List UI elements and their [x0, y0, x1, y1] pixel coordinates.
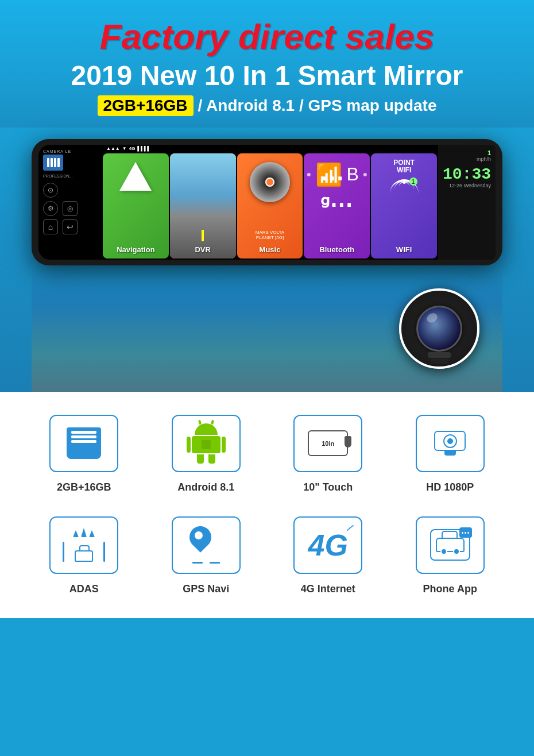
storage-icon-box [49, 415, 118, 472]
camera-widget [399, 288, 479, 369]
icon-row-1: ⊙ [43, 183, 97, 198]
hd-label: HD 1080P [426, 481, 474, 493]
wifi-label: WIFI [396, 245, 412, 254]
mirror-device: CAMERA LE PROFESSION... ⊙ ⚙ [32, 139, 502, 265]
cam-body [434, 431, 466, 451]
app-tile-music[interactable]: MARS VOLTAPLANET [5G] Music [237, 153, 303, 259]
feature-storage: 2GB+16GB [34, 415, 134, 493]
cam-stand [444, 451, 456, 456]
home-icon[interactable]: ⌂ [43, 219, 58, 234]
4g-icon-box: 4G ⟋ [293, 516, 362, 574]
mirror-wrapper: CAMERA LE PROFESSION... ⊙ ⚙ [32, 139, 502, 392]
4g-label: 4G Internet [301, 583, 355, 595]
screen-status-bar: ▲▲▲ ▼ 4G ▌▌▌▌ [102, 145, 438, 152]
signal-area: ▲▲▲ ▼ 4G ▌▌▌▌ [106, 146, 150, 151]
cam-lens-inner [447, 438, 453, 444]
car-wheel-left [440, 548, 447, 555]
music-label: Music [260, 245, 281, 254]
camera-mode-icon[interactable]: ◎ [63, 201, 78, 216]
dvr-road-bg [170, 153, 236, 259]
phone-app-icon-box [416, 516, 485, 574]
car-body-icon [436, 538, 465, 552]
webcam-icon[interactable]: ⊙ [43, 183, 58, 198]
adas-wave-2 [81, 528, 87, 537]
feature-gps: GPS Navi [157, 516, 256, 595]
gps-pin-icon [189, 526, 223, 564]
mirror-section: CAMERA LE PROFESSION... ⊙ ⚙ [0, 128, 534, 392]
dvr-label: DVR [195, 245, 210, 254]
network-icon: ▼ [122, 146, 127, 151]
adas-icon-graphic [63, 528, 105, 562]
icon-row-3: ⌂ ↩ [43, 219, 97, 234]
feature-adas: ADAS [34, 516, 134, 595]
professional-text: PROFESSION... [43, 174, 97, 178]
touch-label: 10" Touch [303, 481, 353, 493]
phone-app-label: Phone App [423, 583, 477, 595]
adas-wave-3 [89, 530, 95, 537]
feature-hd: HD 1080P [401, 415, 500, 493]
back-icon[interactable]: ↩ [63, 219, 78, 234]
android-leg-left [197, 454, 204, 464]
speed-panel: 1 mph/h 10:33 12-26 Wednesday [438, 145, 496, 260]
bt-big-icon: ⋯ ᵍ⋯ [320, 165, 353, 218]
bluetooth-label: Bluetooth [319, 245, 354, 254]
bt-dot-left [307, 173, 311, 176]
icon-row-2: ⚙ ◎ [43, 201, 97, 216]
feature-phone-app: Phone App [401, 516, 500, 595]
page-title: Factory direct sales [23, 17, 511, 56]
storage-label: 2GB+16GB [57, 481, 111, 493]
wifi-count: 1 [409, 178, 417, 186]
hd-cam-icon [434, 431, 466, 456]
gps-base-lines [189, 562, 223, 564]
camera-base [428, 352, 451, 358]
date-display: 12-26 Wednesday [449, 183, 491, 188]
adas-lane-right [103, 542, 105, 562]
feature-4g: 4G ⟋ 4G Internet [278, 516, 378, 595]
wifi-arcs-icon: 1 [390, 176, 419, 194]
chat-bubble-icon [459, 527, 472, 538]
chat-dot-3 [467, 532, 469, 534]
app-tile-wifi[interactable]: POINTWIFI 1 WIFI [371, 153, 437, 259]
car-roof-icon [442, 531, 458, 539]
point-wifi-label: POINTWIFI [390, 159, 419, 174]
header-section: Factory direct sales 2019 New 10 In 1 Sm… [0, 0, 534, 128]
adas-lanes [63, 542, 105, 562]
adas-lane-left [63, 542, 64, 562]
speed-value: 1 [487, 149, 491, 156]
app-tile-bluetooth[interactable]: 📶 B ⋯ ᵍ⋯ Bluetooth [304, 153, 370, 259]
android-torso [192, 436, 220, 453]
sd-card-device [43, 155, 63, 171]
adas-car-roof [79, 545, 90, 551]
adas-icon-box [49, 516, 118, 574]
mirror-screen: ▲▲▲ ▼ 4G ▌▌▌▌ Navigation [102, 145, 438, 260]
app-tile-dvr[interactable]: DVR [170, 153, 236, 259]
android-legs [197, 454, 215, 464]
sd-body [67, 427, 101, 459]
subtitle-line: 2GB+16GB / Android 8.1 / GPS map update [23, 95, 511, 116]
touch-icon-box: 10in [293, 415, 362, 472]
touch-screen-icon: 10in [308, 430, 348, 456]
android-arm-left [187, 437, 191, 453]
gps-line-1 [192, 562, 203, 564]
app-tile-navigation[interactable]: Navigation [103, 153, 169, 259]
gps-line-2 [210, 562, 220, 564]
camera-foot [431, 359, 448, 364]
wifi-area: POINTWIFI 1 [390, 159, 419, 194]
time-display: 10:33 [443, 167, 491, 183]
settings-icon[interactable]: ⚙ [43, 201, 58, 216]
nav-arrow-icon [119, 162, 152, 191]
map-pin [189, 526, 212, 555]
battery-icon: ▌▌▌▌ [137, 146, 150, 151]
specs-text: / Android 8.1 / GPS map update [198, 97, 437, 115]
chat-dot-2 [465, 532, 466, 534]
sd-feature-icon [67, 427, 101, 459]
dvr-road-line [202, 230, 204, 241]
android-leg-right [208, 454, 215, 464]
speed-area: 1 mph/h [477, 149, 491, 162]
android-label: Android 8.1 [177, 481, 234, 493]
speed-unit: mph/h [477, 156, 491, 162]
music-disc-icon [250, 162, 290, 202]
feature-touch: 10in 10" Touch [278, 415, 378, 493]
4g-icon: 4G [308, 530, 348, 560]
left-icons: ⊙ ⚙ ◎ ⌂ ↩ [43, 183, 97, 234]
